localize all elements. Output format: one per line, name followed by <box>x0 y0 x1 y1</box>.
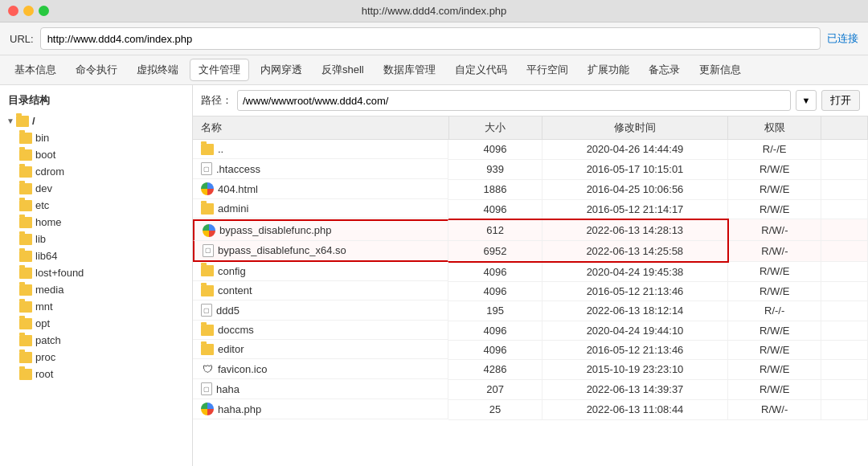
file-extra-cell <box>821 140 868 160</box>
sidebar-tree-item[interactable]: boot <box>0 146 192 163</box>
sidebar-tree-item[interactable]: cdrom <box>0 163 192 180</box>
file-name: .htaccess <box>216 163 260 175</box>
table-row[interactable]: .. 4096 2020-04-26 14:44:49 R/-/E <box>193 140 868 160</box>
path-input[interactable] <box>237 90 791 111</box>
folder-icon <box>201 325 214 336</box>
sidebar-tree-item[interactable]: home <box>0 214 192 231</box>
folder-icon <box>19 268 32 279</box>
table-row[interactable]: ▢haha 207 2022-06-13 14:39:37 R/W/E <box>193 379 868 399</box>
sidebar-tree-item[interactable]: bin <box>0 129 192 146</box>
tree-arrow-icon: ▼ <box>6 117 14 125</box>
file-name: editor <box>218 343 244 355</box>
file-size-cell: 6952 <box>448 241 542 262</box>
table-row[interactable]: admini 4096 2016-05-12 21:14:17 R/W/E <box>193 199 868 219</box>
minimize-button[interactable] <box>23 6 34 16</box>
sidebar-tree-item[interactable]: media <box>0 281 192 298</box>
table-row[interactable]: 404.html 1886 2016-04-25 10:06:56 R/W/E <box>193 179 868 199</box>
file-extra-cell <box>821 219 868 241</box>
path-open-button[interactable]: 打开 <box>821 90 860 111</box>
file-size-cell: 1886 <box>448 179 542 199</box>
sidebar-tree-item[interactable]: lib <box>0 231 192 247</box>
window-controls[interactable] <box>8 6 49 16</box>
table-row[interactable]: content 4096 2016-05-12 21:13:46 R/W/E <box>193 281 868 300</box>
file-icon: ▢ <box>203 244 214 257</box>
sidebar-tree-item[interactable]: proc <box>0 349 192 366</box>
tab-update-info[interactable]: 更新信息 <box>691 59 749 80</box>
tab-virtual-terminal[interactable]: 虚拟终端 <box>129 59 186 80</box>
maximize-button[interactable] <box>39 6 49 16</box>
folder-icon <box>19 301 32 313</box>
sidebar-tree-item[interactable]: etc <box>0 197 192 214</box>
file-size-cell: 195 <box>448 300 542 321</box>
folder-icon <box>19 335 32 346</box>
path-bar: 路径： ▼ 打开 <box>193 85 868 117</box>
file-extra-cell <box>821 262 868 282</box>
file-perm-cell: R/W/- <box>728 219 821 241</box>
tab-reverse-shell[interactable]: 反弹shell <box>313 59 372 80</box>
close-button[interactable] <box>8 6 18 16</box>
file-perm-cell: R/W/- <box>728 241 821 262</box>
table-row[interactable]: ▢.htaccess 939 2016-05-17 10:15:01 R/W/E <box>193 159 868 179</box>
file-name-cell: admini <box>193 199 448 219</box>
col-extra <box>821 117 868 140</box>
tab-db-manager[interactable]: 数据库管理 <box>375 59 444 80</box>
table-row[interactable]: doccms 4096 2020-04-24 19:44:10 R/W/E <box>193 321 868 340</box>
sidebar-tree-item[interactable]: ▼/ <box>0 112 192 129</box>
main-area: 目录结构 ▼/binbootcdromdevetchomeliblib64los… <box>0 85 868 466</box>
sidebar-tree-item[interactable]: mnt <box>0 298 192 315</box>
col-perm: 权限 <box>728 117 821 140</box>
folder-icon <box>19 149 32 161</box>
file-time-cell: 2020-04-24 19:44:10 <box>542 321 728 340</box>
table-row[interactable]: bypass_disablefunc.php 612 2022-06-13 14… <box>193 219 868 241</box>
table-row[interactable]: editor 4096 2016-05-12 21:13:46 R/W/E <box>193 340 868 359</box>
tab-command-exec[interactable]: 命令执行 <box>68 59 125 80</box>
folder-icon <box>19 284 32 296</box>
tab-basic-info[interactable]: 基本信息 <box>6 59 64 80</box>
table-row[interactable]: 🛡favicon.ico 4286 2015-10-19 23:23:10 R/… <box>193 359 868 379</box>
sidebar-tree-item[interactable]: root <box>0 366 192 382</box>
table-row[interactable]: haha.php 25 2022-06-13 11:08:44 R/W/- <box>193 399 868 419</box>
shield-icon: 🛡 <box>201 362 214 375</box>
tab-parallel-space[interactable]: 平行空间 <box>518 59 576 80</box>
table-header-row: 名称 大小 修改时间 权限 <box>193 117 868 140</box>
sidebar-tree-item[interactable]: opt <box>0 315 192 332</box>
file-extra-cell <box>821 340 868 359</box>
file-time-cell: 2015-10-19 23:23:10 <box>542 359 728 379</box>
file-time-cell: 2016-05-12 21:13:46 <box>542 340 728 359</box>
sidebar-tree-item[interactable]: patch <box>0 332 192 349</box>
table-row[interactable]: config 4096 2020-04-24 19:45:38 R/W/E <box>193 262 868 282</box>
file-name-cell: haha.php <box>193 399 448 419</box>
tab-extensions[interactable]: 扩展功能 <box>579 59 637 80</box>
file-name: haha <box>216 383 240 395</box>
file-name: config <box>218 265 246 277</box>
tab-custom-code[interactable]: 自定义代码 <box>447 59 515 80</box>
path-dropdown[interactable]: ▼ <box>796 90 817 111</box>
file-perm-cell: R/W/E <box>728 359 821 379</box>
tab-notes[interactable]: 备忘录 <box>641 59 688 80</box>
file-time-cell: 2022-06-13 18:12:14 <box>542 300 728 321</box>
file-time-cell: 2022-06-13 14:28:13 <box>542 219 728 241</box>
file-time-cell: 2020-04-24 19:45:38 <box>542 262 728 282</box>
file-perm-cell: R/W/- <box>728 399 821 419</box>
file-name: admini <box>218 202 248 215</box>
file-name-cell: content <box>193 281 448 300</box>
file-perm-cell: R/-/- <box>728 300 821 321</box>
php-icon <box>201 403 214 415</box>
table-row[interactable]: ▢bypass_disablefunc_x64.so 6952 2022-06-… <box>193 241 868 262</box>
sidebar-title: 目录结构 <box>0 88 192 112</box>
tab-file-manager[interactable]: 文件管理 <box>190 59 249 81</box>
file-name: .. <box>218 143 223 155</box>
col-time: 修改时间 <box>542 117 728 140</box>
table-row[interactable]: ▢ddd5 195 2022-06-13 18:12:14 R/-/- <box>193 300 868 321</box>
folder-icon <box>201 265 214 276</box>
file-size-cell: 4096 <box>448 140 542 160</box>
sidebar-tree-item[interactable]: lost+found <box>0 264 192 281</box>
sidebar-tree-item[interactable]: lib64 <box>0 247 192 264</box>
file-time-cell: 2016-05-17 10:15:01 <box>542 159 728 179</box>
urlbar: URL: 已连接 <box>0 22 868 55</box>
sidebar-tree-item[interactable]: dev <box>0 180 192 197</box>
tab-intranet[interactable]: 内网穿透 <box>252 59 310 80</box>
chrome-icon <box>201 182 214 195</box>
url-input[interactable] <box>40 27 821 50</box>
file-name-cell: doccms <box>193 321 448 340</box>
